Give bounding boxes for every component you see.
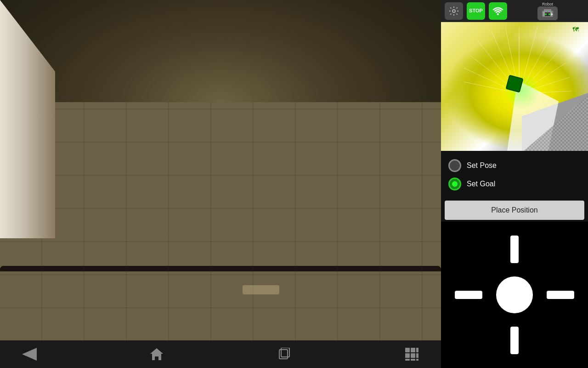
map-view[interactable]: 🗺 [441,22,588,151]
set-goal-radio[interactable]: Set Goal [448,175,581,193]
wifi-button[interactable] [489,2,507,20]
joystick-area[interactable] [441,222,588,368]
svg-rect-17 [543,12,545,16]
svg-marker-42 [524,96,588,151]
svg-point-13 [452,10,455,12]
map-checkered-area [524,96,588,151]
svg-point-21 [548,13,550,15]
joystick-right[interactable] [547,291,574,299]
camera-floor [0,102,441,340]
robot-label: Robot [542,2,553,6]
nav-recent-button[interactable] [273,345,295,363]
nav-home-button[interactable] [146,345,168,363]
set-goal-radio-inner [452,181,458,187]
settings-button[interactable] [445,2,463,20]
svg-rect-11 [411,359,415,361]
svg-rect-12 [416,359,418,361]
svg-marker-1 [150,348,163,360]
place-position-label: Place Position [491,206,537,214]
joystick-center[interactable] [496,276,533,313]
nav-back-button[interactable] [18,345,40,363]
right-panel: STOP Robot [441,0,588,368]
camera-dark-strip [0,266,441,271]
svg-marker-0 [22,348,37,361]
robot-button[interactable] [537,6,558,20]
controls-section: Set Pose Set Goal Place Position [441,151,588,368]
joystick-down[interactable] [510,327,519,354]
stop-button[interactable]: STOP [467,2,485,20]
camera-view [0,0,441,340]
svg-rect-8 [411,353,415,358]
joystick-up[interactable] [510,236,519,263]
set-pose-radio[interactable]: Set Pose [448,156,581,175]
bottom-nav [0,340,441,368]
svg-rect-4 [405,348,410,352]
svg-point-20 [545,13,547,15]
svg-rect-6 [416,348,418,352]
svg-rect-7 [405,353,410,358]
radio-area: Set Pose Set Goal [441,151,588,199]
stop-label: STOP [469,8,483,13]
place-position-button[interactable]: Place Position [445,201,584,220]
map-top-indicator: 🗺 [572,26,579,33]
svg-rect-16 [544,9,551,12]
nav-grid-button[interactable] [401,345,423,363]
toolbar: STOP Robot [441,0,588,22]
set-goal-radio-circle [448,178,461,190]
set-pose-label: Set Pose [467,161,497,170]
set-goal-label: Set Goal [467,180,495,188]
svg-rect-9 [416,353,418,358]
camera-highlight [243,285,279,294]
set-pose-radio-circle [448,159,461,172]
joystick-left[interactable] [455,291,482,299]
svg-rect-10 [405,359,410,361]
svg-rect-5 [411,348,415,352]
svg-point-14 [497,13,499,15]
